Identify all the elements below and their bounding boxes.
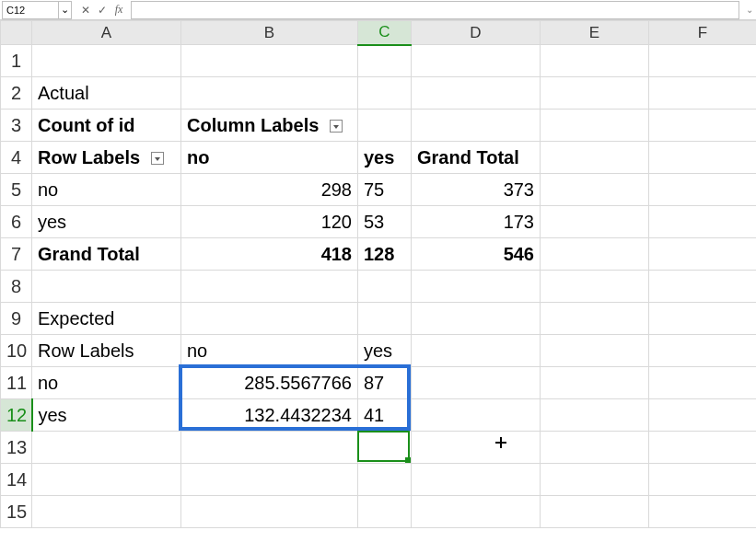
cell-A2[interactable]: Actual [32, 77, 181, 110]
cell-F5[interactable] [649, 174, 757, 206]
cell-C8[interactable] [358, 271, 412, 303]
cell-C13[interactable] [358, 432, 412, 464]
select-all-corner[interactable] [1, 21, 32, 45]
name-box-dropdown[interactable]: ⌄ [59, 1, 72, 19]
expand-formula-bar-button[interactable]: ⌄ [743, 1, 756, 19]
cell-F8[interactable] [649, 271, 757, 303]
cell-A9[interactable]: Expected [32, 303, 181, 335]
row-header-2[interactable]: 2 [1, 77, 32, 110]
cell-E3[interactable] [541, 110, 649, 142]
name-box[interactable]: C12 [2, 1, 59, 19]
row-header-7[interactable]: 7 [1, 238, 32, 271]
row-header-11[interactable]: 11 [1, 367, 32, 399]
cell-E1[interactable] [541, 45, 649, 77]
cell-E7[interactable] [541, 238, 649, 271]
row-header-14[interactable]: 14 [1, 464, 32, 496]
cell-B14[interactable] [181, 464, 358, 496]
cell-F12[interactable] [649, 399, 757, 432]
cell-C4[interactable]: yes [358, 142, 412, 174]
cell-D2[interactable] [412, 77, 541, 110]
col-header-F[interactable]: F [649, 21, 757, 45]
confirm-formula-button[interactable]: ✓ [94, 1, 110, 19]
worksheet[interactable]: A B C D E F 1 2 Actual 3 Count of id Col… [0, 20, 756, 528]
cell-C6[interactable]: 53 [358, 206, 412, 238]
cell-B3[interactable]: Column Labels [181, 110, 358, 142]
cell-C9[interactable] [358, 303, 412, 335]
cell-B8[interactable] [181, 271, 358, 303]
col-header-E[interactable]: E [541, 21, 649, 45]
cell-A12[interactable]: yes [32, 399, 181, 432]
row-header-5[interactable]: 5 [1, 174, 32, 206]
col-header-A[interactable]: A [32, 21, 181, 45]
cell-F9[interactable] [649, 303, 757, 335]
cell-D6[interactable]: 173 [412, 206, 541, 238]
cell-E9[interactable] [541, 303, 649, 335]
cell-E4[interactable] [541, 142, 649, 174]
cell-B7[interactable]: 418 [181, 238, 358, 271]
cell-B5[interactable]: 298 [181, 174, 358, 206]
col-header-C[interactable]: C [358, 21, 412, 45]
cell-B9[interactable] [181, 303, 358, 335]
cell-A13[interactable] [32, 432, 181, 464]
cell-F15[interactable] [649, 496, 757, 528]
cancel-formula-button[interactable]: ✕ [77, 1, 94, 19]
cell-D1[interactable] [412, 45, 541, 77]
cell-D5[interactable]: 373 [412, 174, 541, 206]
cell-A7[interactable]: Grand Total [32, 238, 181, 271]
cell-F7[interactable] [649, 238, 757, 271]
cell-F6[interactable] [649, 206, 757, 238]
cell-E8[interactable] [541, 271, 649, 303]
cell-D11[interactable] [412, 367, 541, 399]
cell-B4[interactable]: no [181, 142, 358, 174]
cell-D7[interactable]: 546 [412, 238, 541, 271]
cell-E15[interactable] [541, 496, 649, 528]
cell-F4[interactable] [649, 142, 757, 174]
cell-C15[interactable] [358, 496, 412, 528]
cell-D10[interactable] [412, 335, 541, 367]
cell-D14[interactable] [412, 464, 541, 496]
cell-E2[interactable] [541, 77, 649, 110]
cell-C11[interactable]: 87 [358, 367, 412, 399]
cell-D15[interactable] [412, 496, 541, 528]
cell-B11[interactable]: 285.5567766 [181, 367, 358, 399]
cell-A6[interactable]: yes [32, 206, 181, 238]
row-header-10[interactable]: 10 [1, 335, 32, 367]
row-header-12[interactable]: 12 [1, 399, 32, 432]
cell-D9[interactable] [412, 303, 541, 335]
cell-B15[interactable] [181, 496, 358, 528]
cell-B1[interactable] [181, 45, 358, 77]
cell-B12[interactable]: 132.4432234 [181, 399, 358, 432]
cell-D8[interactable] [412, 271, 541, 303]
row-header-3[interactable]: 3 [1, 110, 32, 142]
row-header-9[interactable]: 9 [1, 303, 32, 335]
cell-E14[interactable] [541, 464, 649, 496]
cell-D3[interactable] [412, 110, 541, 142]
cell-C10[interactable]: yes [358, 335, 412, 367]
row-header-6[interactable]: 6 [1, 206, 32, 238]
cell-B6[interactable]: 120 [181, 206, 358, 238]
cell-A11[interactable]: no [32, 367, 181, 399]
pivot-column-dropdown[interactable] [330, 120, 343, 133]
cell-D4[interactable]: Grand Total [412, 142, 541, 174]
cell-C2[interactable] [358, 77, 412, 110]
row-header-13[interactable]: 13 [1, 432, 32, 464]
col-header-B[interactable]: B [181, 21, 358, 45]
spreadsheet-grid[interactable]: A B C D E F 1 2 Actual 3 Count of id Col… [0, 20, 756, 528]
cell-E5[interactable] [541, 174, 649, 206]
row-header-4[interactable]: 4 [1, 142, 32, 174]
cell-E10[interactable] [541, 335, 649, 367]
row-header-8[interactable]: 8 [1, 271, 32, 303]
cell-D13[interactable] [412, 432, 541, 464]
cell-F1[interactable] [649, 45, 757, 77]
cell-C12[interactable]: 41 [358, 399, 412, 432]
cell-A5[interactable]: no [32, 174, 181, 206]
insert-function-button[interactable]: fx [110, 1, 127, 19]
cell-C5[interactable]: 75 [358, 174, 412, 206]
cell-D12[interactable] [412, 399, 541, 432]
col-header-D[interactable]: D [412, 21, 541, 45]
cell-F11[interactable] [649, 367, 757, 399]
cell-B10[interactable]: no [181, 335, 358, 367]
cell-F10[interactable] [649, 335, 757, 367]
cell-A15[interactable] [32, 496, 181, 528]
cell-F13[interactable] [649, 432, 757, 464]
